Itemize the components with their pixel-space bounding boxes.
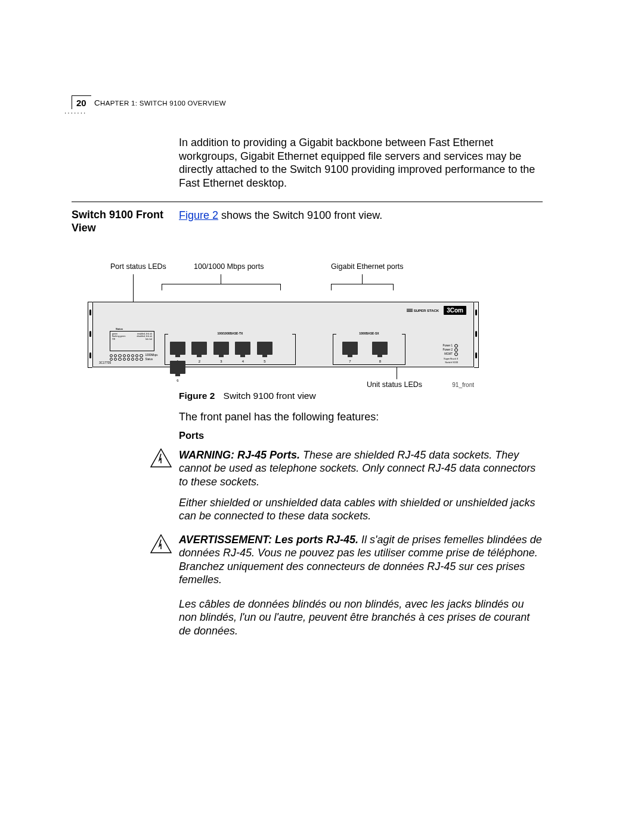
page-number: 20: [76, 98, 86, 108]
warning-fr: AVERTISSEMENT: Les ports RJ-45. Il s'agi…: [179, 533, 543, 586]
chapter-heading-rest: HAPTER 1: SWITCH 9100 OVERVIEW: [100, 100, 226, 107]
rj45-port: 8: [372, 342, 388, 355]
rack-ear-left: [88, 302, 92, 368]
port-group-title: 100/1000BASE-TX: [168, 332, 292, 335]
callout-unit-status-leds: Unit status LEDs: [367, 380, 422, 389]
warning-icon: [150, 534, 172, 553]
figure-2: Port status LEDs 100/1000 Mbps ports Gig…: [92, 262, 474, 389]
callout-port-status-leds: Port status LEDs: [110, 262, 166, 271]
port-status-leds: 1000Mbps Status: [110, 354, 158, 361]
leader-line: [133, 274, 134, 279]
chapter-heading-text: C: [94, 98, 100, 107]
chapter-heading: CHAPTER 1: SWITCH 9100 OVERVIEW: [94, 98, 226, 107]
superstack-label: SUPER STACK: [407, 308, 439, 313]
leader-line: [221, 274, 221, 279]
figure-caption: Figure 2 Switch 9100 front view: [179, 391, 316, 401]
section-rule: [72, 202, 543, 202]
features-intro: The front panel has the following featur…: [179, 411, 379, 423]
rj45-port: 4: [235, 342, 250, 355]
figure-id: 91_front: [452, 382, 474, 388]
figure-caption-text: Switch 9100 front view: [224, 391, 316, 401]
warning-en: WARNING: RJ-45 Ports. These are shielded…: [179, 448, 543, 488]
3com-logo: 3Com: [444, 306, 466, 315]
switch-front-panel: SUPER STACK 3Com Status greenenabled, li…: [92, 302, 474, 367]
warning-icon: [150, 448, 172, 467]
port-group-gigabit: 1000BASE-SX 7 8: [336, 338, 402, 359]
product-code: 3C17705: [99, 361, 111, 364]
callout-gig-ports: Gigabit Ethernet ports: [331, 262, 404, 271]
warning-lead: WARNING: RJ-45 Ports.: [179, 449, 300, 461]
rj45-port: 3: [213, 342, 229, 355]
rj45-port: 2: [191, 342, 207, 355]
warning-lead: AVERTISSEMENT: Les ports RJ-45.: [179, 534, 358, 546]
figure-caption-label: Figure 2: [179, 391, 215, 401]
intro-paragraph: In addition to providing a Gigabit backb…: [179, 136, 543, 190]
figure-link[interactable]: Figure 2: [179, 209, 218, 221]
port-group-title: 1000BASE-SX: [336, 332, 402, 335]
rj45-port: 5: [257, 342, 273, 355]
unit-status-leds: Power 1 Power 2 MGMT SuperStack II Switc…: [442, 344, 458, 364]
header-dots: ·······: [64, 109, 86, 117]
leader-line: [362, 274, 363, 279]
rack-ear-right: [474, 302, 479, 368]
leader-line: [397, 367, 397, 379]
bracket: [331, 284, 394, 284]
leader-line: [221, 279, 221, 284]
status-legend: greenenabled, link ok flashing greendisa…: [110, 331, 154, 351]
bracket: [162, 284, 281, 284]
port-group-100-1000: 100/1000BASE-TX 1 2 3 4 5 6: [168, 338, 292, 359]
leader-line: [362, 279, 363, 284]
figure-reference: Figure 2 shows the Switch 9100 front vie…: [179, 209, 382, 222]
callout-mbps-ports: 100/1000 Mbps ports: [194, 262, 264, 271]
warning-en-p2: Either shielded or unshielded data cable…: [179, 496, 543, 523]
rj45-port: 1: [170, 342, 185, 355]
figure-reference-text: shows the Switch 9100 front view.: [218, 209, 382, 221]
rj45-port: 7: [342, 342, 358, 355]
ports-heading: Ports: [179, 430, 204, 441]
section-title: Switch 9100 Front View: [72, 209, 173, 234]
status-box-title: Status: [116, 327, 123, 330]
warning-fr-p2: Les câbles de données blindés ou non bli…: [179, 597, 543, 637]
